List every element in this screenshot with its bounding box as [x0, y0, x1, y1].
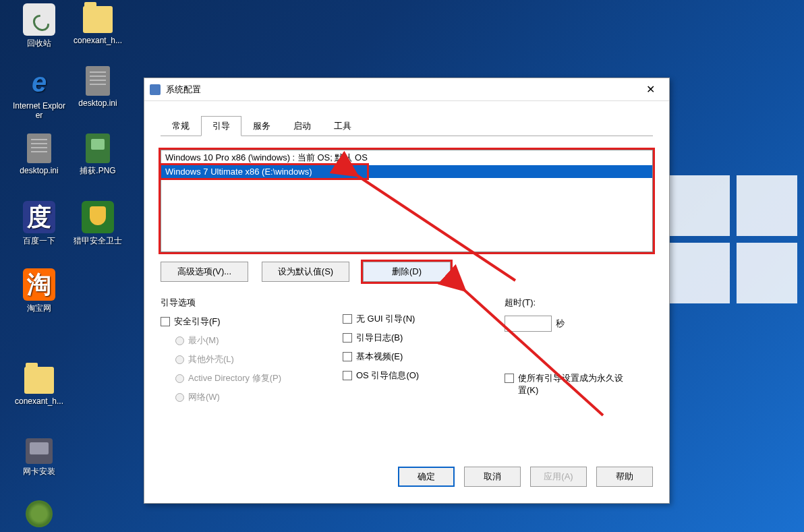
app-icon — [150, 84, 161, 95]
timeout-unit: 秒 — [556, 318, 565, 330]
network-card-icon — [26, 438, 53, 464]
dialog-title: 系统配置 — [166, 84, 637, 96]
folder-icon — [83, 6, 113, 33]
desktop-icon-ini[interactable]: desktop.ini — [71, 66, 125, 108]
desktop-icon-recycle-bin[interactable]: 回收站 — [12, 3, 66, 48]
png-file-icon — [86, 134, 110, 163]
timeout-input[interactable] — [505, 316, 552, 332]
boot-entries-list[interactable]: Windows 10 Pro x86 (\windows) : 当前 OS; 默… — [161, 150, 653, 252]
advanced-options-button[interactable]: 高级选项(V)... — [161, 262, 248, 282]
baidu-icon: 度 — [23, 201, 55, 233]
close-button[interactable]: ✕ — [637, 80, 664, 99]
radio-minimal: 最小(M) — [175, 334, 343, 347]
windows-logo-wallpaper — [669, 175, 804, 310]
taobao-icon: 淘 — [23, 268, 55, 301]
radio-icon — [175, 393, 184, 402]
msconfig-dialog: 系统配置 ✕ 常规 引导 服务 启动 工具 Windows 10 Pro x86… — [144, 78, 670, 504]
tab-strip: 常规 引导 服务 启动 工具 — [161, 116, 653, 136]
ini-file-icon — [86, 66, 110, 96]
desktop-icon-globe[interactable] — [12, 500, 66, 530]
boot-options-label: 引导选项 — [161, 297, 343, 309]
folder-icon — [24, 367, 54, 394]
os-boot-info-checkbox[interactable]: OS 引导信息(O) — [343, 370, 505, 382]
ie-icon — [23, 66, 55, 98]
desktop-icon-security[interactable]: 猎甲安全卫士 — [71, 201, 125, 245]
desktop-icon-network-install[interactable]: 网卡安装 — [12, 438, 66, 476]
set-default-button[interactable]: 设为默认值(S) — [262, 262, 349, 282]
desktop-icon-png[interactable]: 捕获.PNG — [71, 134, 125, 175]
basic-video-checkbox[interactable]: 基本视频(E) — [343, 351, 505, 363]
desktop-icon-folder[interactable]: conexant_h... — [12, 364, 66, 406]
apply-button: 应用(A) — [530, 467, 587, 487]
desktop-icon-ie[interactable]: Internet Explorer — [12, 66, 66, 121]
desktop-icon-folder[interactable]: conexant_h... — [71, 3, 125, 45]
safe-boot-checkbox[interactable]: 安全引导(F) — [161, 316, 343, 328]
tab-startup[interactable]: 启动 — [282, 116, 322, 136]
radio-network: 网络(W) — [175, 391, 343, 403]
desktop-icon-baidu[interactable]: 度百度一下 — [12, 201, 66, 245]
tab-tools[interactable]: 工具 — [322, 116, 363, 136]
boot-entry-selected[interactable]: Windows 7 Ultimate x86 (E:\windows) — [161, 165, 652, 178]
boot-entry[interactable]: Windows 10 Pro x86 (\windows) : 当前 OS; 默… — [161, 150, 652, 165]
dialog-titlebar[interactable]: 系统配置 ✕ — [144, 78, 669, 101]
ini-file-icon — [27, 134, 51, 163]
radio-icon — [175, 374, 184, 383]
checkbox-icon — [343, 333, 352, 343]
radio-icon — [175, 336, 184, 345]
checkbox-icon — [161, 317, 170, 326]
checkbox-icon — [343, 314, 352, 324]
recycle-bin-icon — [23, 3, 55, 36]
no-gui-boot-checkbox[interactable]: 无 GUI 引导(N) — [343, 313, 505, 325]
radio-icon — [175, 355, 184, 364]
timeout-label: 超时(T): — [505, 297, 653, 309]
cancel-button[interactable]: 取消 — [464, 467, 521, 487]
boot-log-checkbox[interactable]: 引导日志(B) — [343, 332, 505, 344]
desktop-icon-ini[interactable]: desktop.ini — [12, 134, 66, 175]
radio-alt-shell: 其他外壳(L) — [175, 353, 343, 365]
checkbox-icon — [343, 371, 352, 380]
tab-services[interactable]: 服务 — [241, 116, 282, 136]
checkbox-icon — [343, 352, 352, 361]
ok-button[interactable]: 确定 — [398, 467, 455, 487]
permanent-settings-checkbox[interactable]: 使所有引导设置成为永久设置(K) — [505, 372, 653, 396]
shield-icon — [82, 201, 114, 233]
checkbox-icon — [505, 374, 514, 383]
globe-icon — [26, 500, 53, 527]
radio-ad-repair: Active Directory 修复(P) — [175, 372, 343, 384]
tab-general[interactable]: 常规 — [161, 116, 201, 136]
help-button[interactable]: 帮助 — [596, 467, 653, 487]
tab-boot[interactable]: 引导 — [201, 116, 241, 136]
desktop-icon-taobao[interactable]: 淘淘宝网 — [12, 268, 66, 313]
delete-button[interactable]: 删除(D) — [363, 262, 451, 282]
